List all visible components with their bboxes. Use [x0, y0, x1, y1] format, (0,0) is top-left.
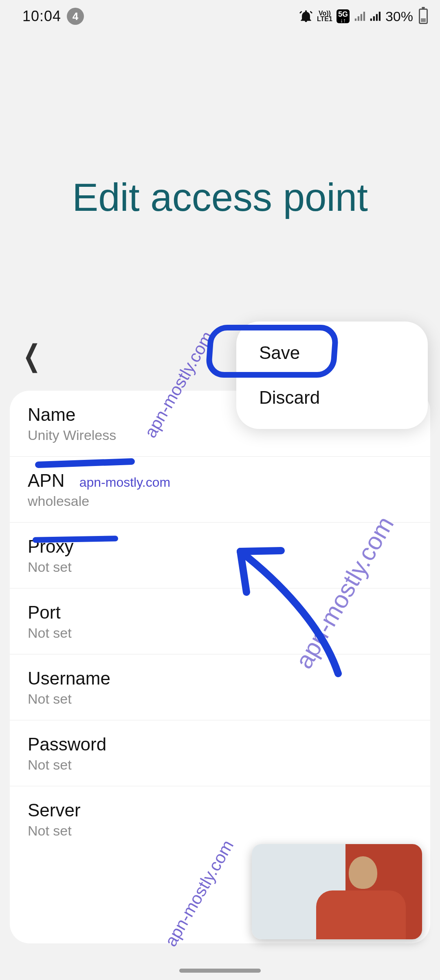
field-server-value: Not set: [28, 823, 412, 839]
menu-save[interactable]: Save: [236, 330, 428, 375]
field-password-value: Not set: [28, 757, 412, 773]
signal-icon-2: [369, 11, 381, 22]
field-proxy-value: Not set: [28, 559, 412, 575]
field-server-label: Server: [28, 800, 412, 820]
menu-discard[interactable]: Discard: [236, 375, 428, 420]
watermark-text-inline: apn-mostly.com: [79, 475, 170, 490]
clock: 10:04: [22, 8, 61, 25]
field-password-label: Password: [28, 734, 412, 755]
field-password[interactable]: Password Not set: [10, 720, 430, 786]
pip-person-body: [316, 890, 406, 939]
overflow-menu: Save Discard: [236, 322, 428, 429]
field-apn-label: APN apn-mostly.com: [28, 470, 412, 491]
field-apn-value: wholesale: [28, 493, 412, 509]
signal-icon-1: [354, 11, 365, 22]
gesture-nav-handle[interactable]: [179, 969, 261, 973]
page-title: Edit access point: [0, 175, 440, 220]
back-button[interactable]: ❮: [23, 339, 41, 373]
battery-icon: [419, 9, 428, 24]
alarm-icon: [299, 9, 313, 23]
field-port[interactable]: Port Not set: [10, 588, 430, 654]
pip-person-head: [349, 856, 377, 889]
pip-video-thumbnail[interactable]: [252, 844, 422, 939]
field-apn[interactable]: APN apn-mostly.com wholesale: [10, 457, 430, 523]
field-username-value: Not set: [28, 691, 412, 707]
field-port-value: Not set: [28, 625, 412, 641]
field-username-label: Username: [28, 668, 412, 689]
notification-count-badge: 4: [67, 8, 84, 25]
field-name-value: Unity Wireless: [28, 427, 412, 443]
field-proxy-label: Proxy: [28, 536, 412, 557]
field-server[interactable]: Server Not set: [10, 786, 430, 852]
battery-percent: 30%: [385, 9, 413, 24]
volte-icon: Vo)) LTE1: [317, 11, 332, 22]
field-proxy[interactable]: Proxy Not set: [10, 523, 430, 588]
field-port-label: Port: [28, 602, 412, 623]
status-bar: 10:04 4 Vo)) LTE1 5G ↓↑ 30%: [0, 0, 440, 33]
status-indicators: Vo)) LTE1 5G ↓↑ 30%: [299, 9, 428, 24]
field-username[interactable]: Username Not set: [10, 654, 430, 720]
fiveg-icon: 5G ↓↑: [337, 9, 350, 23]
